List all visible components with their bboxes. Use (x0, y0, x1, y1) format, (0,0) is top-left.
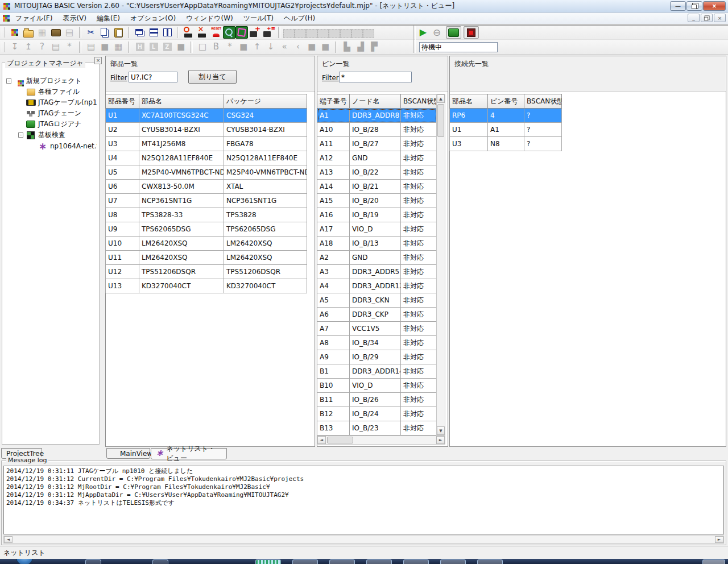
table-row[interactable]: A1DDR3_ADDR8非対応 (317, 109, 437, 123)
add-device-list-icon[interactable] (262, 26, 275, 39)
column-header[interactable]: パッケージ (224, 94, 307, 109)
reset-icon[interactable] (209, 26, 223, 39)
scroll-right-icon[interactable]: ► (715, 536, 723, 543)
table-row[interactable]: U5M25P40-VMN6TPBCT-NDM25P40-VMN6TPBCT-ND (106, 165, 307, 180)
open-project-icon[interactable] (22, 26, 35, 39)
tab-netlist-view[interactable]: ネットリスト・ビュー (151, 448, 227, 459)
scroll-down-icon[interactable]: ▼ (437, 426, 445, 435)
tile-vertical-icon[interactable] (160, 26, 174, 39)
table-row[interactable]: A9IO_B/29非対応 (317, 350, 437, 364)
column-header[interactable]: 部品名 (450, 94, 488, 109)
table-row[interactable]: A17VIO_D非対応 (317, 222, 437, 237)
table-row[interactable]: U4N25Q128A11EF840EN25Q128A11EF840E (106, 151, 307, 165)
table-row[interactable]: U8TPS3828-33TPS3828 (106, 208, 307, 222)
table-row[interactable]: A18IO_B/13非対応 (317, 237, 437, 251)
mdi-restore-button[interactable] (701, 14, 713, 22)
cascade-windows-icon[interactable] (133, 26, 147, 39)
table-row[interactable]: U12TPS51206DSQRTPS51206DSQR (106, 265, 307, 279)
table-row[interactable]: A15IO_B/20非対応 (317, 194, 437, 208)
column-header[interactable]: ピン番号 (488, 94, 524, 109)
tree-expander-icon[interactable]: - (6, 78, 11, 84)
cable-disconnect-icon[interactable] (196, 26, 209, 39)
boundary-scan-icon[interactable] (235, 26, 248, 39)
device-slot-icon[interactable] (340, 29, 351, 38)
table-row[interactable]: A16IO_B/19非対応 (317, 208, 437, 222)
table-row[interactable]: U2CYUSB3014-BZXICYUSB3014-BZXI (106, 123, 307, 137)
taskbar-button[interactable] (152, 559, 168, 564)
taskbar-button[interactable] (440, 559, 466, 564)
minimize-button[interactable]: — (670, 1, 686, 11)
tree-item-board-test[interactable]: -基板検査 (5, 130, 97, 140)
menu-item[interactable]: 編集(E) (92, 13, 125, 24)
log-horizontal-scrollbar[interactable]: ◄ ► (3, 536, 724, 544)
mdi-close-button[interactable]: × (714, 14, 726, 22)
table-row[interactable]: A14IO_B/21非対応 (317, 180, 437, 194)
column-header[interactable]: 部品名 (139, 94, 224, 109)
restore-button[interactable] (686, 1, 702, 11)
cut-icon[interactable]: ✂ (84, 26, 98, 39)
device-slot-icon[interactable] (295, 29, 306, 38)
windows-taskbar[interactable] (0, 559, 728, 564)
menu-item[interactable]: ツール(T) (238, 13, 279, 24)
copy-icon[interactable] (98, 26, 111, 39)
device-slot-icon[interactable] (351, 29, 363, 38)
column-header[interactable]: 部品番号 (106, 94, 139, 109)
table-row[interactable]: A4DDR3_ADDR12非対応 (317, 279, 437, 293)
menu-item[interactable]: ヘルプ(H) (279, 13, 320, 24)
table-row[interactable]: A5DDR3_CKN非対応 (317, 293, 437, 308)
table-row[interactable]: U13KD3270040CTKD3270040CT (106, 279, 307, 293)
scroll-left-icon[interactable]: ◄ (4, 536, 13, 543)
device-slot-icon[interactable] (363, 29, 374, 38)
table-row[interactable]: A12GND非対応 (317, 151, 437, 165)
taskbar-button[interactable] (329, 559, 355, 564)
table-row[interactable]: U3N8? (450, 137, 562, 151)
capture-stop-button[interactable] (464, 26, 479, 39)
scrollbar-thumb[interactable] (437, 104, 444, 137)
table-row[interactable]: B12IO_B/24非対応 (317, 407, 437, 421)
device-slot-icon[interactable] (306, 29, 317, 38)
taskbar-button[interactable] (403, 559, 429, 564)
assign-button[interactable]: 割り当て (188, 70, 237, 84)
table-row[interactable]: A8IO_B/34非対応 (317, 336, 437, 350)
column-header[interactable]: 端子番号 (317, 94, 350, 109)
cable-connect-icon[interactable] (182, 26, 196, 39)
menu-item[interactable]: ウィンドウ(W) (181, 13, 238, 24)
scroll-right-icon[interactable]: ► (436, 436, 445, 444)
menu-item[interactable]: ファイル(F) (10, 13, 57, 24)
tree-item-new-project[interactable]: -新規プロジェクト (5, 76, 97, 86)
menu-item[interactable]: 表示(V) (57, 13, 92, 24)
device-slot-icon[interactable] (317, 29, 329, 38)
taskbar-button[interactable] (366, 559, 392, 564)
toolbar-grip[interactable] (2, 27, 5, 38)
column-header[interactable]: ノード名 (350, 94, 401, 109)
table-row[interactable]: RP64? (450, 109, 562, 123)
status-field[interactable] (419, 42, 498, 52)
tree-item-jtag-logic-analyzer[interactable]: JTAGロジアナ (5, 119, 97, 130)
mdi-minimize-button[interactable]: _ (688, 14, 700, 22)
stop-button[interactable]: ⊖ (430, 26, 444, 39)
table-row[interactable]: U9TPS62065DSGTPS62065DSG (106, 222, 307, 237)
table-row[interactable]: U6CWX813-50.0MXTAL (106, 180, 307, 194)
panel-close-icon[interactable]: × (94, 57, 102, 64)
logic-analyzer-button[interactable] (446, 26, 461, 39)
device-slot-icon[interactable] (329, 29, 340, 38)
auto-detect-icon[interactable] (223, 26, 235, 39)
scroll-left-icon[interactable]: ◄ (317, 436, 326, 444)
menu-item[interactable]: オプション(O) (125, 13, 181, 24)
pins-filter-input[interactable] (339, 72, 412, 82)
message-log-area[interactable]: 2014/12/19 0:31:11 JTAGケーブル np1010 と接続しま… (3, 466, 724, 534)
table-row[interactable]: A11IO_B/27非対応 (317, 137, 437, 151)
table-row[interactable]: U11LM26420XSQLM26420XSQ (106, 251, 307, 265)
tree-item-jtag-cable[interactable]: JTAGケーブル(np1010) (5, 97, 97, 108)
taskbar-button[interactable] (292, 559, 318, 564)
table-row[interactable]: U1A1? (450, 123, 562, 137)
table-row[interactable]: A3DDR3_ADDR5非対応 (317, 265, 437, 279)
start-orb-icon[interactable] (16, 559, 33, 564)
table-row[interactable]: U7NCP361SNT1GNCP361SNT1G (106, 194, 307, 208)
tab-mainview[interactable]: MainView (106, 448, 150, 459)
toolbar-grip[interactable] (2, 42, 5, 52)
paste-icon[interactable] (111, 26, 125, 39)
tile-horizontal-icon[interactable] (147, 26, 160, 39)
tree-item-netlist-file[interactable]: np1064A-net.txt (5, 140, 97, 151)
table-row[interactable]: U3MT41J256M8FBGA78 (106, 137, 307, 151)
